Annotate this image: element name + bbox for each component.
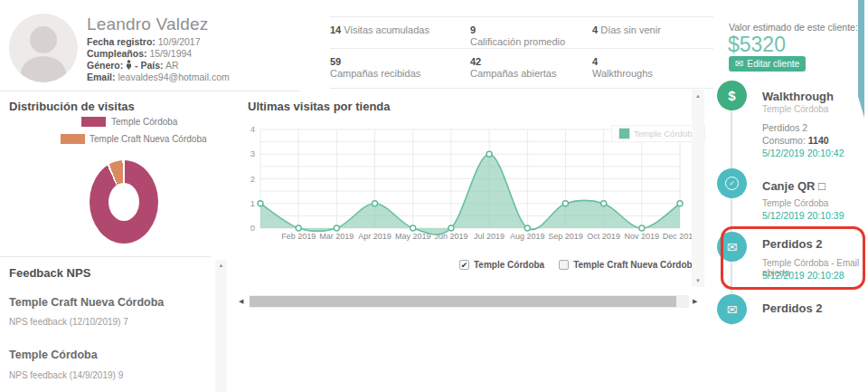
timeline-item-subtitle: Temple Córdoba xyxy=(762,104,828,114)
scroll-left-icon[interactable]: ◀ xyxy=(239,298,243,305)
customer-dashboard: Leandro Valdez Fecha registro: 10/9/2017… xyxy=(0,0,868,392)
gender-country-line: Género: - País: AR xyxy=(87,60,179,71)
nps-store-1: Temple Craft Nueva Córdoba xyxy=(9,296,164,309)
nps-title: Feedback NPS xyxy=(9,266,90,280)
nps-store-2: Temple Córdoba xyxy=(9,349,98,361)
registration-date-label: Fecha registro: xyxy=(87,36,156,47)
stat-visitas-acumuladas: 14 Visitas acumuladas xyxy=(330,17,470,48)
timeline-item-title: Perdidos 2 xyxy=(762,301,822,315)
email-line: Email: leavaldes94@hotmail.com xyxy=(87,72,230,82)
svg-text:Dec 2019: Dec 2019 xyxy=(663,232,692,241)
timeline-item-date: 5/12/2019 20:10:39 xyxy=(762,210,844,221)
registration-date-line: Fecha registro: 10/9/2017 xyxy=(87,36,201,47)
avatar-head xyxy=(30,26,57,53)
registration-date-value: 10/9/2017 xyxy=(158,36,201,47)
donut-hole xyxy=(108,183,139,221)
timeline-item-date: 5/12/2019 20:10:28 xyxy=(762,270,844,281)
email-badge-icon: ✉ xyxy=(717,294,747,324)
scroll-down-icon[interactable]: ▼ xyxy=(692,278,704,283)
svg-text:Nov 2019: Nov 2019 xyxy=(625,232,660,241)
edit-client-button[interactable]: ✉ Editar cliente xyxy=(729,56,806,72)
svg-text:Mar 2019: Mar 2019 xyxy=(319,232,354,241)
timeline-item-line: Perdidos 2 xyxy=(762,122,807,133)
legend-swatch-temple-cordoba[interactable] xyxy=(81,117,106,127)
legend-label-temple-cordoba[interactable]: Temple Córdoba xyxy=(111,117,177,127)
estimated-value-label: Valor estimado de este cliente: xyxy=(729,22,858,33)
stat-calificacion-promedio: 9Calificación promedio xyxy=(470,17,592,48)
left-panel-divider xyxy=(0,256,211,257)
svg-text:Oct 2019: Oct 2019 xyxy=(587,232,620,241)
checkbox-temple-craft[interactable]: Temple Craft Nueva Córdoba xyxy=(559,260,697,270)
stats-grid: 14 Visitas acumuladas 9Calificación prom… xyxy=(330,16,713,89)
horizontal-scrollbar-thumb[interactable] xyxy=(250,296,676,307)
legend-swatch-temple-craft[interactable] xyxy=(61,134,85,144)
email-value: leavaldes94@hotmail.com xyxy=(118,72,229,82)
timeline-item-title: Canje QR □ xyxy=(762,179,826,193)
nps-detail-2: NPS feedback (14/9/2019) 9 xyxy=(9,370,123,380)
svg-text:Apr 2019: Apr 2019 xyxy=(358,232,392,241)
timeline-item-title: Walkthrough xyxy=(762,90,834,103)
svg-text:Aug 2019: Aug 2019 xyxy=(510,232,545,241)
svg-text:Sep 2019: Sep 2019 xyxy=(548,232,583,241)
page-edge-accent xyxy=(858,0,864,118)
country-value: AR xyxy=(165,60,179,71)
stat-dias-sin-venir: 4 Días sin venir xyxy=(592,17,713,48)
birthday-value: 15/9/1994 xyxy=(149,48,192,59)
visits-chart-title: Ultimas visitas por tienda xyxy=(248,100,391,113)
nps-detail-1: NPS feedback (12/10/2019) 7 xyxy=(9,317,128,327)
profile-divider xyxy=(0,91,300,91)
timeline-item-subtitle: Temple Córdoba xyxy=(762,198,828,208)
email-badge-icon: ✉ xyxy=(717,232,747,262)
country-label: - País: xyxy=(135,60,164,71)
checkbox-temple-cordoba[interactable]: ✔ Temple Córdoba xyxy=(459,260,544,270)
avatar xyxy=(9,14,78,82)
male-icon xyxy=(126,60,132,70)
scroll-up-icon[interactable]: ▲ xyxy=(692,93,704,99)
svg-text:Jul 2019: Jul 2019 xyxy=(474,232,505,241)
stat-campanas-abiertas: 42Campañas abiertas xyxy=(470,49,592,88)
estimated-value-amount: $5320 xyxy=(728,33,786,57)
nps-scrollbar[interactable]: ▲ xyxy=(215,260,227,392)
stat-walkthroughs: 4Walkthroughs xyxy=(592,49,713,88)
chart-legend-label: Temple Córdoba xyxy=(634,129,697,139)
svg-text:3: 3 xyxy=(250,148,255,158)
timeline-item-date: 5/12/2019 20:10:42 xyxy=(762,148,844,158)
timeline-item-title: Perdidos 2 xyxy=(762,237,822,251)
svg-text:0: 0 xyxy=(250,223,255,233)
horizontal-scrollbar[interactable] xyxy=(250,295,689,308)
birthday-line: Cumpleaños: 15/9/1994 xyxy=(87,48,192,59)
check-badge-icon: ✓ xyxy=(717,168,747,198)
svg-text:4: 4 xyxy=(250,124,255,134)
svg-text:2: 2 xyxy=(250,174,255,184)
svg-text:1: 1 xyxy=(250,198,255,208)
dollar-badge-icon: $ xyxy=(717,81,747,110)
timeline-connector xyxy=(731,83,732,326)
checkbox-icon[interactable]: ✔ xyxy=(459,260,469,270)
visits-donut-chart xyxy=(90,160,158,244)
timeline-item-consumo: Consumo: 1140 xyxy=(762,135,829,146)
stat-campanas-recibidas: 59Campañas recibidas xyxy=(330,49,470,88)
gender-label: Género: xyxy=(87,60,123,71)
checkbox-icon[interactable] xyxy=(559,260,569,270)
email-label: Email: xyxy=(87,72,116,82)
envelope-icon: ✉ xyxy=(735,59,743,69)
customer-name: Leandro Valdez xyxy=(87,14,209,34)
distribution-title: Distribución de visitas xyxy=(9,100,135,113)
middle-vertical-scrollbar[interactable]: ▲ ▼ xyxy=(692,90,704,287)
chart-legend-swatch xyxy=(619,129,629,139)
legend-label-temple-craft[interactable]: Temple Craft Nueva Córdoba xyxy=(90,134,207,144)
birthday-label: Cumpleaños: xyxy=(87,48,147,59)
svg-text:Feb 2019: Feb 2019 xyxy=(281,232,316,241)
store-filter-checkboxes: ✔ Temple Córdoba Temple Craft Nueva Córd… xyxy=(459,260,697,270)
avatar-body xyxy=(21,56,66,82)
scroll-up-icon[interactable]: ▲ xyxy=(215,263,227,268)
scroll-right-icon[interactable]: ▶ xyxy=(693,298,697,305)
